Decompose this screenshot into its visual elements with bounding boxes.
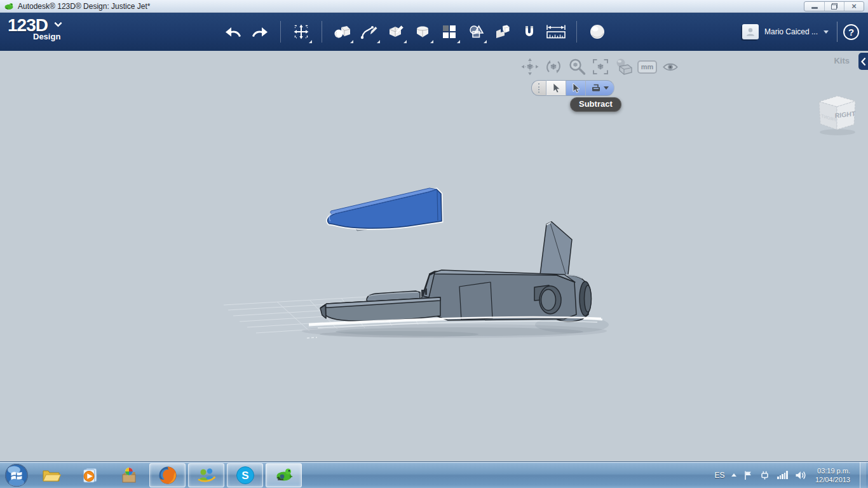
user-menu-caret-icon[interactable] bbox=[824, 30, 829, 34]
sketch-button[interactable] bbox=[357, 18, 381, 46]
view-nav-toolbar: mm bbox=[520, 57, 681, 77]
hidden-icons-chevron-icon[interactable] bbox=[731, 473, 736, 477]
toolbar-separator bbox=[576, 21, 577, 43]
zoom-button[interactable] bbox=[567, 57, 587, 77]
display-settings-icon bbox=[614, 57, 634, 76]
kits-panel-label: Kits bbox=[834, 56, 850, 65]
taskbar-item-firefox[interactable] bbox=[149, 463, 186, 487]
transform-icon bbox=[293, 24, 309, 40]
app-icon bbox=[4, 2, 14, 11]
visibility-button[interactable] bbox=[660, 57, 681, 77]
toolbar-separator bbox=[322, 21, 322, 43]
zoom-icon bbox=[567, 57, 587, 76]
dropdown-caret-icon bbox=[350, 40, 353, 43]
chevron-down-icon bbox=[54, 19, 62, 27]
help-button[interactable]: ? bbox=[843, 24, 859, 40]
tooltip: Subtract bbox=[570, 97, 621, 112]
system-tray: ES bbox=[714, 462, 868, 488]
combine-icon bbox=[494, 24, 511, 40]
show-desktop-button[interactable] bbox=[860, 462, 866, 488]
units-label: mm bbox=[641, 63, 654, 71]
pattern-button[interactable] bbox=[437, 18, 461, 46]
units-button[interactable]: mm bbox=[637, 60, 657, 74]
app-logo-menu[interactable]: 123D Design bbox=[8, 17, 61, 41]
fit-view-icon bbox=[591, 57, 610, 76]
help-icon: ? bbox=[848, 27, 854, 37]
material-button[interactable] bbox=[585, 18, 609, 46]
tray-date: 12/04/2013 bbox=[815, 475, 850, 484]
3d-viewport[interactable]: mm bbox=[0, 51, 868, 461]
orbit-button[interactable] bbox=[543, 57, 564, 77]
minimize-button[interactable] bbox=[804, 2, 824, 11]
modify-button[interactable] bbox=[410, 18, 435, 46]
primitives-icon bbox=[334, 24, 351, 40]
taskbar-item-explorer[interactable] bbox=[33, 463, 69, 487]
pan-icon bbox=[520, 57, 539, 76]
tools-row bbox=[220, 13, 611, 51]
cursor-icon bbox=[572, 83, 580, 93]
selected-body-wedge[interactable] bbox=[328, 188, 442, 231]
network-signal-icon[interactable] bbox=[777, 471, 788, 479]
tray-clock[interactable]: 03:19 p.m. 12/04/2013 bbox=[815, 466, 850, 484]
windows-explorer-icon bbox=[42, 468, 61, 483]
redo-button[interactable] bbox=[248, 18, 272, 46]
taskbar-item-media-player[interactable] bbox=[72, 463, 108, 487]
taskbar-items: S bbox=[33, 462, 302, 488]
taskbar-item-skype[interactable]: S bbox=[227, 463, 263, 487]
transform-button[interactable] bbox=[289, 18, 313, 46]
start-button[interactable] bbox=[0, 462, 33, 488]
minimize-icon bbox=[811, 7, 818, 9]
user-avatar[interactable] bbox=[742, 24, 759, 39]
3d-canvas[interactable] bbox=[0, 51, 868, 461]
undo-button[interactable] bbox=[221, 18, 245, 46]
primitives-button[interactable] bbox=[330, 18, 355, 46]
action-center-flag-icon[interactable] bbox=[743, 470, 752, 480]
taskbar-item-justice-jet[interactable] bbox=[266, 463, 302, 487]
taskbar-item-messenger[interactable] bbox=[188, 463, 224, 487]
fit-view-button[interactable] bbox=[590, 57, 611, 77]
skype-icon: S bbox=[236, 466, 255, 485]
visibility-eye-icon bbox=[662, 62, 679, 72]
display-settings-button[interactable] bbox=[614, 57, 634, 77]
power-plug-icon[interactable] bbox=[759, 470, 770, 480]
account-area: Mario Caiced ... ? bbox=[742, 13, 859, 51]
taskbar-item-box-app[interactable] bbox=[111, 463, 147, 487]
user-name[interactable]: Mario Caiced ... bbox=[764, 27, 818, 36]
measure-button[interactable] bbox=[544, 18, 568, 46]
measure-icon bbox=[545, 24, 567, 40]
window-title: Autodesk® 123D® Design: Justice Jet* bbox=[18, 2, 150, 11]
dropdown-caret-icon bbox=[403, 40, 407, 43]
cursor-select-button[interactable] bbox=[546, 80, 566, 96]
language-indicator[interactable]: ES bbox=[714, 471, 724, 480]
cursor-select-active-button[interactable] bbox=[566, 80, 586, 96]
titlebar: Autodesk® 123D® Design: Justice Jet* × bbox=[0, 0, 868, 13]
kits-panel-collapse-tab[interactable] bbox=[858, 53, 868, 70]
close-button[interactable]: × bbox=[844, 2, 864, 11]
grouping-button[interactable] bbox=[464, 18, 488, 46]
boolean-subtract-button[interactable] bbox=[586, 80, 614, 96]
model-jet-body[interactable] bbox=[320, 222, 592, 322]
selection-toolbar bbox=[531, 80, 614, 96]
pan-button[interactable] bbox=[520, 57, 540, 77]
combine-button[interactable] bbox=[491, 18, 515, 46]
toolbar-separator bbox=[280, 21, 281, 43]
disabled-segment[interactable] bbox=[531, 80, 546, 96]
application-window: Autodesk® 123D® Design: Justice Jet* × 1… bbox=[0, 0, 868, 488]
windows-start-icon bbox=[4, 463, 29, 487]
restore-button[interactable] bbox=[824, 2, 844, 11]
dropdown-caret-icon bbox=[377, 40, 380, 43]
orbit-icon bbox=[544, 57, 563, 76]
view-cube[interactable]: FRONT RIGHT bbox=[812, 90, 862, 137]
tray-time: 03:19 p.m. bbox=[817, 466, 850, 475]
toolbar-separator bbox=[837, 22, 837, 42]
close-icon: × bbox=[851, 3, 857, 10]
windows-media-player-icon bbox=[81, 466, 99, 484]
volume-icon[interactable] bbox=[795, 470, 807, 480]
construct-button[interactable] bbox=[384, 18, 408, 46]
snap-button[interactable] bbox=[517, 18, 541, 46]
box-pinwheel-app-icon bbox=[120, 466, 138, 484]
construct-icon bbox=[388, 24, 405, 40]
messenger-icon bbox=[197, 466, 216, 484]
sketch-icon bbox=[360, 24, 378, 40]
logo-product: Design bbox=[33, 32, 61, 41]
